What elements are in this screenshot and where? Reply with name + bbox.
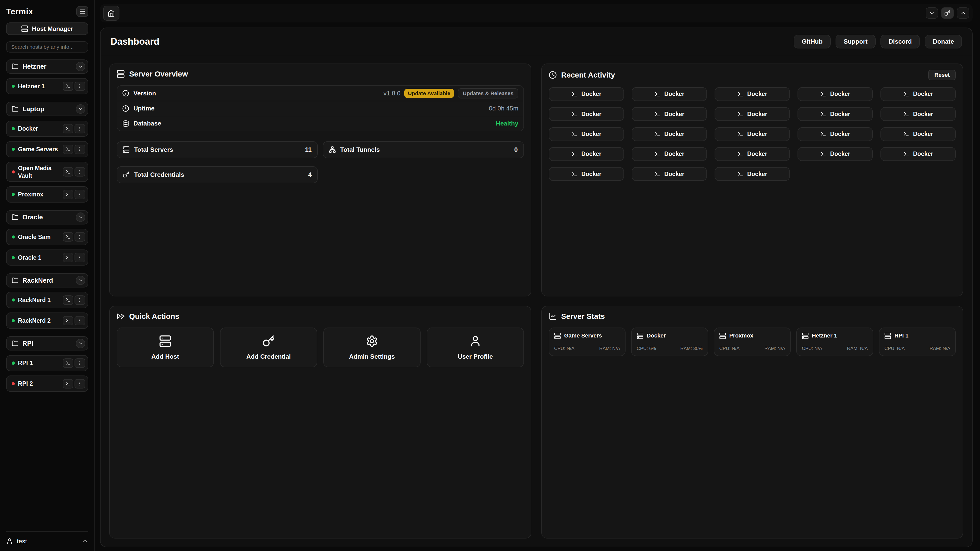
host-terminal-button[interactable]	[63, 190, 73, 199]
group-header-laptop[interactable]: Laptop	[6, 102, 88, 116]
host-menu-button[interactable]	[75, 379, 85, 389]
database-row: Database Healthy	[117, 116, 523, 131]
tab-scroll-down-button[interactable]	[926, 7, 938, 19]
host-row[interactable]: RackNerd 2	[6, 313, 88, 329]
group-collapse-button[interactable]	[76, 276, 85, 285]
tab-scroll-up-button[interactable]	[957, 7, 969, 19]
status-dot-online	[12, 148, 15, 151]
host-terminal-button[interactable]	[63, 82, 73, 91]
group-header-racknerd[interactable]: RackNerd	[6, 273, 88, 287]
admin-settings-tile[interactable]: Admin Settings	[323, 327, 421, 368]
host-row[interactable]: Oracle 1	[6, 249, 88, 266]
host-row[interactable]: Proxmox	[6, 186, 88, 203]
donate-button[interactable]: Donate	[925, 35, 962, 48]
activity-item-button[interactable]: Docker	[880, 127, 956, 141]
host-row[interactable]: Hetzner 1	[6, 78, 88, 94]
stat-tile[interactable]: Game ServersCPU: N/ARAM: N/A	[549, 327, 626, 356]
host-menu-button[interactable]	[75, 167, 85, 176]
activity-item-button[interactable]: Docker	[549, 87, 624, 101]
host-row[interactable]: RPI 2	[6, 375, 88, 392]
host-row[interactable]: Game Servers	[6, 141, 88, 157]
user-profile-tile[interactable]: User Profile	[427, 327, 524, 368]
activity-item-button[interactable]: Docker	[797, 87, 873, 101]
host-terminal-button[interactable]	[63, 379, 73, 389]
activity-item-button[interactable]: Docker	[797, 127, 873, 141]
activity-item-button[interactable]: Docker	[632, 147, 707, 161]
host-menu-button[interactable]	[75, 124, 85, 133]
activity-item-button[interactable]: Docker	[632, 87, 707, 101]
add-host-tile[interactable]: Add Host	[117, 327, 214, 368]
group-label: RackNerd	[22, 277, 72, 284]
host-row[interactable]: Open Media Vault	[6, 162, 88, 182]
activity-item-button[interactable]: Docker	[714, 87, 790, 101]
host-row[interactable]: Oracle Sam	[6, 229, 88, 245]
activity-item-button[interactable]: Docker	[714, 167, 790, 181]
host-terminal-button[interactable]	[63, 359, 73, 368]
activity-item-button[interactable]: Docker	[549, 107, 624, 121]
host-row[interactable]: Docker	[6, 121, 88, 137]
activity-item-button[interactable]: Docker	[632, 107, 707, 121]
activity-item-button[interactable]: Docker	[714, 107, 790, 121]
host-menu-button[interactable]	[75, 232, 85, 241]
group-header-hetzner[interactable]: Hetzner	[6, 59, 88, 74]
group-collapse-button[interactable]	[76, 339, 85, 348]
host-name: RackNerd 1	[18, 296, 60, 304]
activity-item-button[interactable]: Docker	[632, 167, 707, 181]
host-menu-button[interactable]	[75, 316, 85, 326]
user-menu[interactable]: test	[6, 531, 88, 545]
host-menu-button[interactable]	[75, 253, 85, 262]
reset-button[interactable]: Reset	[928, 70, 956, 80]
host-manager-button[interactable]: Host Manager	[6, 22, 88, 35]
host-row[interactable]: RPI 1	[6, 355, 88, 372]
stat-tile[interactable]: DockerCPU: 6%RAM: 30%	[631, 327, 708, 356]
activity-item-button[interactable]: Docker	[632, 127, 707, 141]
dots-vertical-icon	[77, 255, 83, 260]
activity-item-button[interactable]: Docker	[549, 147, 624, 161]
group-collapse-button[interactable]	[76, 62, 85, 71]
discord-button[interactable]: Discord	[880, 35, 920, 48]
activity-item-button[interactable]: Docker	[880, 87, 956, 101]
host-menu-button[interactable]	[75, 295, 85, 305]
group-collapse-button[interactable]	[76, 104, 85, 114]
stat-tile[interactable]: Hetzner 1CPU: N/ARAM: N/A	[796, 327, 873, 356]
group-header-oracle[interactable]: Oracle	[6, 210, 88, 224]
host-terminal-button[interactable]	[63, 167, 73, 176]
stat-tile[interactable]: ProxmoxCPU: N/ARAM: N/A	[714, 327, 791, 356]
group-header-rpi[interactable]: RPI	[6, 336, 88, 351]
activity-item-button[interactable]: Docker	[714, 127, 790, 141]
host-menu-button[interactable]	[75, 144, 85, 154]
github-button[interactable]: GitHub	[794, 35, 830, 48]
stat-tile[interactable]: RPI 1CPU: N/ARAM: N/A	[879, 327, 956, 356]
dots-vertical-icon	[77, 84, 83, 89]
host-terminal-button[interactable]	[63, 232, 73, 241]
host-terminal-button[interactable]	[63, 295, 73, 305]
activity-item-label: Docker	[830, 111, 850, 118]
host-terminal-button[interactable]	[63, 124, 73, 133]
terminal-icon	[654, 131, 660, 137]
host-terminal-button[interactable]	[63, 316, 73, 326]
user-icon	[6, 538, 13, 545]
activity-item-button[interactable]: Docker	[797, 147, 873, 161]
activity-item-button[interactable]: Docker	[549, 167, 624, 181]
credentials-button[interactable]	[941, 7, 954, 19]
activity-item-button[interactable]: Docker	[797, 107, 873, 121]
host-row[interactable]: RackNerd 1	[6, 292, 88, 308]
host-menu-button[interactable]	[75, 190, 85, 199]
activity-item-button[interactable]: Docker	[880, 147, 956, 161]
host-terminal-button[interactable]	[63, 144, 73, 154]
activity-item-button[interactable]: Docker	[549, 127, 624, 141]
host-menu-button[interactable]	[75, 359, 85, 368]
updates-releases-button[interactable]: Updates & Releases	[458, 88, 518, 98]
group-collapse-button[interactable]	[76, 213, 85, 222]
host-name: Game Servers	[18, 145, 60, 153]
add-credential-tile[interactable]: Add Credential	[220, 327, 317, 368]
host-menu-button[interactable]	[75, 82, 85, 91]
activity-item-button[interactable]: Docker	[714, 147, 790, 161]
support-button[interactable]: Support	[835, 35, 876, 48]
host-search-input[interactable]	[6, 41, 88, 52]
activity-item-button[interactable]: Docker	[880, 107, 956, 121]
sidebar-menu-button[interactable]	[76, 6, 88, 17]
stat-cpu: CPU: N/A	[554, 346, 574, 351]
tab-home[interactable]	[103, 6, 119, 21]
host-terminal-button[interactable]	[63, 253, 73, 262]
